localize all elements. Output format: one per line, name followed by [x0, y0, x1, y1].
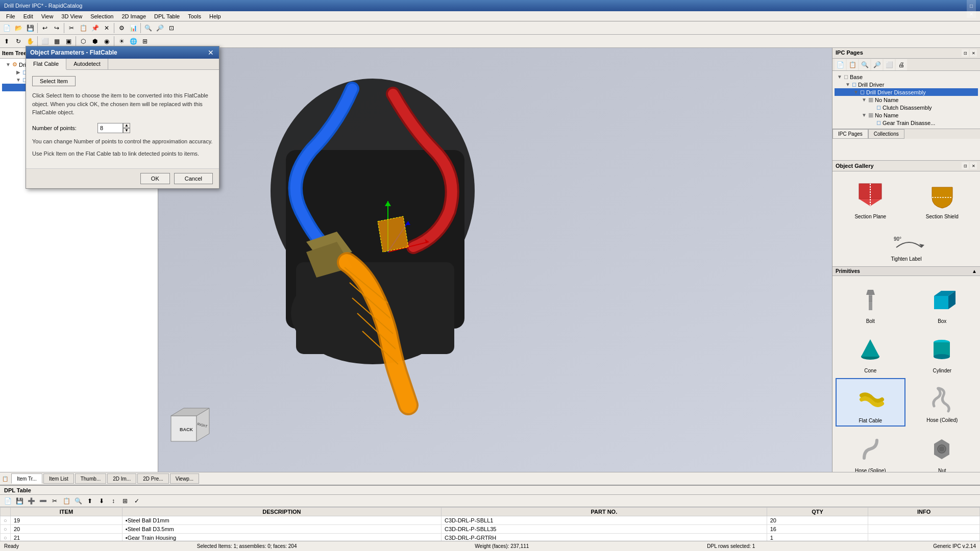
num-points-input[interactable] [97, 123, 123, 133]
tab-autodetect-label: Autodetect [74, 61, 101, 67]
tab-flat-cable-label: Flat Cable [33, 61, 59, 67]
dialog-description: Click Select Item to choose the item to … [32, 91, 213, 117]
flatcable-dialog: Object Parameters - FlatCable ✕ Flat Cab… [26, 46, 219, 189]
dialog-footer: OK Cancel [26, 168, 219, 188]
cancel-button[interactable]: Cancel [174, 173, 213, 184]
hint-text-1: You can change Number of points to contr… [32, 137, 213, 146]
spinner-down[interactable]: ▼ [123, 128, 130, 133]
spinner-up[interactable]: ▲ [123, 123, 130, 128]
select-item-button[interactable]: Select Item [32, 76, 76, 86]
hint-text-2: Use Pick Item on the Flat Cable tab to l… [32, 149, 213, 158]
dialog-title-bar: Object Parameters - FlatCable ✕ [26, 46, 219, 59]
num-points-label: Number of points: [32, 125, 93, 131]
tab-autodetect[interactable]: Autodetect [66, 59, 108, 69]
dialog-body: Select Item Click Select Item to choose … [26, 70, 219, 168]
num-points-spinner: ▲ ▼ [97, 123, 130, 133]
spinner-buttons: ▲ ▼ [123, 123, 130, 133]
ok-button[interactable]: OK [140, 173, 170, 184]
dialog-tabs: Flat Cable Autodetect [26, 59, 219, 70]
num-points-row: Number of points: ▲ ▼ [32, 123, 213, 133]
dialog-title-text: Object Parameters - FlatCable [30, 49, 117, 56]
dialog-close-button[interactable]: ✕ [207, 48, 215, 57]
tab-flat-cable[interactable]: Flat Cable [26, 59, 66, 70]
dialog-overlay: Object Parameters - FlatCable ✕ Flat Cab… [0, 0, 980, 551]
